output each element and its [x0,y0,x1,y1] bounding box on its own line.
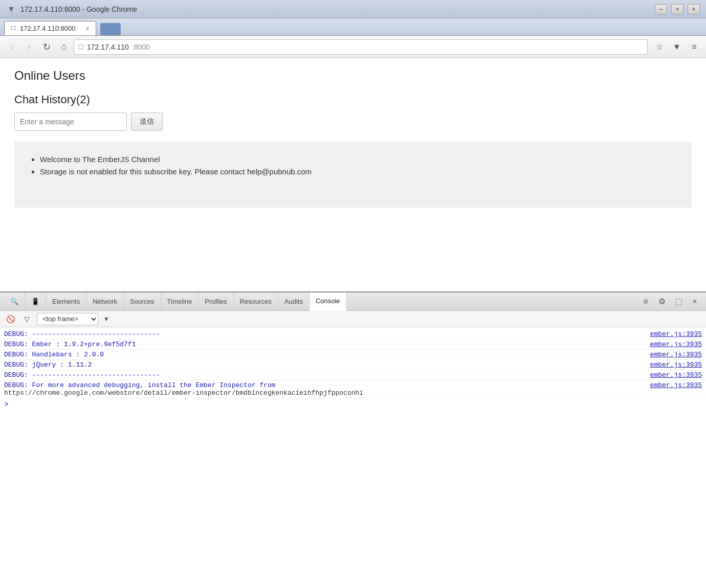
console-row-1: DEBUG: -------------------------------- … [0,329,706,340]
tab-close-button[interactable]: × [85,25,90,33]
devtools-tab-audits[interactable]: Audits [278,292,310,311]
console-text: DEBUG: -------------------------------- [4,371,650,379]
reload-button[interactable]: ↻ [39,39,54,55]
console-link[interactable]: ember.js:3935 [650,361,702,369]
back-button[interactable]: ‹ [4,39,19,55]
console-link[interactable]: ember.js:3935 [650,371,702,379]
tab-label: 172.17.4.110:8000 [20,25,75,32]
console-link[interactable]: ember.js:3935 [650,351,702,358]
devtools-right-buttons: ≡ ⚙ ⬚ × [638,295,702,309]
console-text: DEBUG: -------------------------------- [4,330,650,338]
dock-button[interactable]: ⬚ [671,295,686,309]
execute-icon: ≡ [643,297,648,306]
clear-icon: 🚫 [6,315,15,323]
clear-console-button[interactable]: 🚫 [4,313,16,325]
bookmark-button[interactable]: ☆ [652,39,667,55]
title-bar: ▼ 172.17.4.110:8000 - Google Chrome – + … [0,0,706,18]
console-prompt-symbol: > [4,400,8,409]
maximize-button[interactable]: + [671,4,683,14]
devtools-tab-search[interactable]: 🔍 [4,292,25,311]
console-text: DEBUG: jQuery : 1.11.2 [4,361,650,369]
message-list: Welcome to The EmberJS Channel Storage i… [30,153,676,178]
address-page-icon: ☐ [78,43,84,51]
devtools-tab-console[interactable]: Console [310,292,347,311]
messages-container: Welcome to The EmberJS Channel Storage i… [14,141,692,208]
nav-bar: ‹ › ↻ ⌂ ☐ 172.17.4.110 :8000 ☆ ▼ ≡ [0,36,706,58]
browser-tab[interactable]: ☐ 172.17.4.110:8000 × [4,21,96,35]
console-row-5: DEBUG: -------------------------------- … [0,370,706,380]
pocket-button[interactable]: ▼ [669,39,685,55]
console-multiline-line2: https://chrome.google.com/webstore/detai… [4,389,363,397]
main-content: Online Users Chat History(2) 送信 Welcome … [0,58,706,291]
execute-context-button[interactable]: ≡ [638,295,653,309]
console-row-3: DEBUG: Handlebars : 2.0.0 ember.js:3935 [0,350,706,360]
devtools-tab-resources[interactable]: Resources [234,292,278,311]
close-devtools-button[interactable]: × [688,295,702,309]
console-text: DEBUG: Handlebars : 2.0.0 [4,351,650,358]
list-item: Welcome to The EmberJS Channel [40,153,676,166]
address-bar[interactable]: ☐ 172.17.4.110 :8000 [74,39,648,55]
devtools-tab-profiles[interactable]: Profiles [198,292,233,311]
forward-button[interactable]: › [21,39,37,55]
window-title: 172.17.4.110:8000 - Google Chrome [20,5,137,13]
console-row-2: DEBUG: Ember : 1.9.2+pre.9ef5d7f1 ember.… [0,340,706,350]
tab-bar: ☐ 172.17.4.110:8000 × [0,18,706,36]
window-controls: – + × [655,4,700,14]
console-text: DEBUG: Ember : 1.9.2+pre.9ef5d7f1 [4,341,650,348]
settings-icon: ⚙ [658,297,666,306]
minimize-button[interactable]: – [655,4,667,14]
drag-icon: ▼ [6,4,16,14]
message-input[interactable] [14,112,127,131]
chat-input-row: 送信 [14,112,692,131]
devtools-panel: 🔍 📱 Elements Network Sources Timeline Pr… [0,291,706,588]
menu-button[interactable]: ≡ [687,39,702,55]
search-icon: 🔍 [10,298,18,305]
close-icon: × [692,297,697,306]
console-link[interactable]: ember.js:3935 [650,330,702,338]
context-selector[interactable]: <top frame> [37,313,98,325]
devtools-tab-network[interactable]: Network [86,292,124,311]
mobile-icon: 📱 [31,298,39,305]
filter-icon: ▽ [24,315,30,323]
devtools-tab-mobile[interactable]: 📱 [25,292,46,311]
console-multiline-line1: DEBUG: For more advanced debugging, inst… [4,381,276,389]
tab-placeholder [100,23,121,35]
context-arrow-icon: ▼ [103,315,109,323]
nav-right-buttons: ☆ ▼ ≡ [652,39,702,55]
tab-favicon: ☐ [11,25,16,32]
send-button[interactable]: 送信 [131,112,163,131]
filter-button[interactable]: ▽ [20,313,33,325]
console-prompt-row: > [0,398,706,411]
devtools-tab-bar: 🔍 📱 Elements Network Sources Timeline Pr… [0,292,706,311]
address-scheme: 172.17.4.110 [87,43,129,51]
devtools-tab-sources[interactable]: Sources [124,292,161,311]
home-button[interactable]: ⌂ [56,39,72,55]
title-bar-left: ▼ 172.17.4.110:8000 - Google Chrome [6,4,137,14]
dock-icon: ⬚ [675,297,682,306]
devtools-tab-elements[interactable]: Elements [46,292,86,311]
console-multiline-link[interactable]: ember.js:3935 [650,381,702,389]
chat-history-title: Chat History(2) [14,93,692,106]
close-window-button[interactable]: × [688,4,700,14]
console-toolbar: 🚫 ▽ <top frame> ▼ [0,311,706,327]
online-users-title: Online Users [14,69,692,83]
console-row-4: DEBUG: jQuery : 1.11.2 ember.js:3935 [0,360,706,370]
console-row-multiline: DEBUG: For more advanced debugging, inst… [0,380,706,398]
list-item: Storage is not enabled for this subscrib… [40,166,676,178]
devtools-tab-timeline[interactable]: Timeline [161,292,199,311]
settings-button[interactable]: ⚙ [655,295,669,309]
console-link[interactable]: ember.js:3935 [650,341,702,348]
console-output: DEBUG: -------------------------------- … [0,327,706,588]
address-port: :8000 [132,43,150,51]
